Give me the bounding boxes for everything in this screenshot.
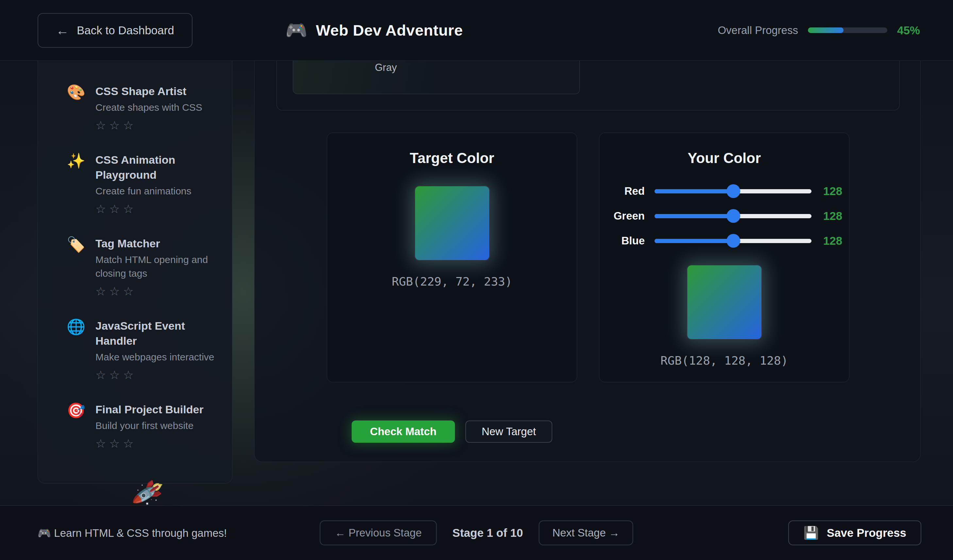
sidebar-item-title: CSS Shape Artist — [95, 84, 202, 99]
target-color-panel: Target Color RGB(229, 72, 233) — [327, 133, 577, 382]
main-game-panel: Gray Target Color RGB(229, 72, 233) Your… — [254, 61, 920, 462]
sidebar-item-css-animation-playground[interactable]: ✨ CSS Animation Playground Create fun an… — [38, 152, 232, 217]
your-color-title: Your Color — [599, 149, 849, 167]
game-controller-icon: 🎮 — [285, 20, 307, 40]
target-color-swatch — [414, 185, 490, 261]
blue-slider-label: Blue — [606, 234, 645, 247]
slider-fill — [655, 214, 733, 218]
green-slider-label: Green — [606, 210, 645, 222]
slider-row: Red 128 — [599, 179, 849, 203]
sidebar-item-css-shape-artist[interactable]: 🎨 CSS Shape Artist Create shapes with CS… — [38, 84, 232, 133]
sidebar-item-description: Build your first website — [95, 419, 203, 433]
sidebar-item-description: Make webpages interactive — [95, 350, 220, 364]
blue-slider[interactable] — [655, 239, 812, 243]
footer: 🎮 Learn HTML & CSS through games! ← Prev… — [0, 506, 953, 560]
header: ← Back to Dashboard 🎮 Web Dev Adventure … — [0, 0, 953, 61]
globe-icon: 🌐 — [67, 318, 85, 383]
target-color-rgb: RGB(229, 72, 233) — [327, 275, 577, 288]
slider-fill — [655, 189, 733, 194]
sidebar-item-final-project-builder[interactable]: 🎯 Final Project Builder Build your first… — [38, 402, 232, 451]
stage-indicator: Stage 1 of 10 — [452, 526, 523, 540]
sidebar-item-description: Match HTML opening and closing tags — [95, 253, 220, 280]
content-area: 🎨 CSS Shape Artist Create shapes with CS… — [0, 61, 953, 506]
red-slider[interactable] — [655, 189, 812, 194]
slider-thumb[interactable] — [726, 209, 740, 223]
rocket-icon: 🚀 — [131, 476, 165, 510]
back-button-label: Back to Dashboard — [77, 24, 174, 37]
green-slider-value: 128 — [823, 209, 849, 222]
overall-progress-value: 45% — [897, 24, 920, 37]
sidebar-item-title: JavaScript Event Handler — [95, 318, 220, 348]
overall-progress-bar — [808, 28, 887, 33]
sidebar-item-description: Create shapes with CSS — [95, 101, 202, 114]
target-color-title: Target Color — [327, 149, 577, 167]
your-color-rgb: RGB(128, 128, 128) — [599, 354, 849, 367]
previous-stage-button[interactable]: ← Previous Stage — [320, 520, 437, 545]
sidebar-item-javascript-event-handler[interactable]: 🌐 JavaScript Event Handler Make webpages… — [38, 318, 232, 383]
rgb-sliders: Red 128 Green 128 Blue — [599, 179, 849, 253]
overall-progress-fill — [808, 28, 843, 33]
your-color-panel: Your Color Red 128 Green 128 — [599, 133, 849, 382]
next-stage-button[interactable]: Next Stage → — [539, 520, 633, 545]
quiz-option-gray[interactable]: Gray — [293, 61, 580, 94]
floppy-disk-icon: 💾 — [803, 526, 819, 540]
tag-icon: 🏷️ — [67, 236, 85, 299]
overall-progress: Overall Progress 45% — [718, 0, 920, 60]
quiz-option-label: Gray — [375, 62, 397, 73]
target-icon: 🎯 — [67, 402, 85, 451]
star-rating: ☆ ☆ ☆ — [95, 118, 202, 133]
footer-tagline: 🎮 Learn HTML & CSS through games! — [37, 527, 227, 540]
sparkles-icon: ✨ — [67, 152, 85, 217]
star-rating: ☆ ☆ ☆ — [95, 201, 220, 217]
slider-row: Blue 128 — [599, 228, 849, 253]
overall-progress-label: Overall Progress — [718, 24, 798, 37]
sidebar-item-title: Final Project Builder — [95, 402, 203, 417]
blue-slider-value: 128 — [823, 234, 849, 247]
sidebar-item-title: Tag Matcher — [95, 236, 220, 251]
save-progress-button[interactable]: 💾 Save Progress — [788, 520, 921, 545]
sidebar-item-description: Create fun animations — [95, 184, 220, 198]
back-arrow-icon: ← — [56, 23, 69, 38]
quiz-card: Gray — [276, 61, 900, 110]
check-match-button[interactable]: Check Match — [352, 420, 455, 443]
save-progress-label: Save Progress — [827, 526, 906, 540]
palette-icon: 🎨 — [67, 84, 85, 133]
red-slider-label: Red — [606, 185, 645, 197]
star-rating: ☆ ☆ ☆ — [95, 436, 203, 451]
new-target-button[interactable]: New Target — [466, 420, 552, 443]
sidebar-item-title: CSS Animation Playground — [95, 152, 220, 182]
slider-thumb[interactable] — [726, 234, 740, 248]
page-title: Web Dev Adventure — [316, 21, 463, 39]
star-rating: ☆ ☆ ☆ — [95, 284, 220, 299]
slider-thumb[interactable] — [726, 184, 740, 198]
red-slider-value: 128 — [823, 185, 849, 198]
back-to-dashboard-button[interactable]: ← Back to Dashboard — [37, 13, 192, 48]
game-actions: Check Match New Target — [327, 420, 577, 443]
slider-fill — [655, 239, 733, 243]
your-color-swatch — [686, 264, 762, 340]
sidebar-item-tag-matcher[interactable]: 🏷️ Tag Matcher Match HTML opening and cl… — [38, 236, 232, 299]
app-title: 🎮 Web Dev Adventure — [285, 0, 463, 60]
slider-row: Green 128 — [599, 203, 849, 228]
stage-navigation: ← Previous Stage Stage 1 of 10 Next Stag… — [320, 520, 633, 545]
sidebar: 🎨 CSS Shape Artist Create shapes with CS… — [37, 61, 232, 484]
green-slider[interactable] — [655, 214, 812, 218]
star-rating: ☆ ☆ ☆ — [95, 367, 220, 383]
